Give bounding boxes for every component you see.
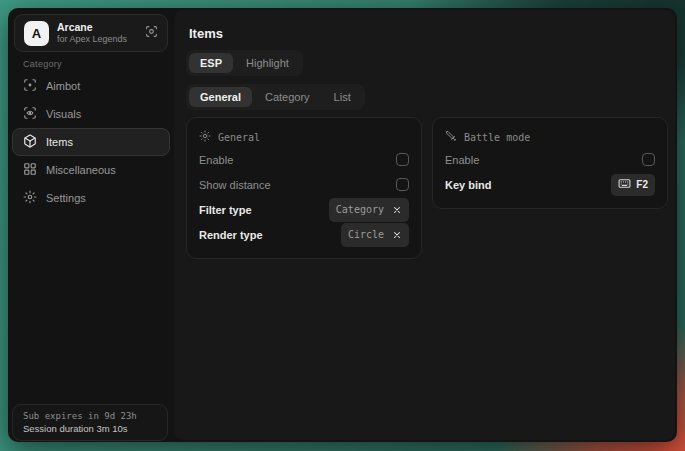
arcane-window: A Arcane for Apex Legends Category Aimbo… [8,8,677,442]
app-tagline: for Apex Legends [57,34,137,45]
setting-row-battle-enable: Enable [445,147,655,172]
setting-row-render-type: Render type Circle [199,222,409,247]
subscription-info-card: Sub expires in 9d 23h Session duration 3… [12,404,168,441]
sidebar-item-label: Visuals [46,108,81,120]
setting-row-enable: Enable [199,147,409,172]
sub-expiry-text: Sub expires in 9d 23h [23,411,157,421]
sidebar-item-items[interactable]: Items [12,128,170,156]
sidebar-item-aimbot[interactable]: Aimbot [12,72,170,100]
scan-eye-icon [23,106,37,122]
tab-list[interactable]: List [323,87,362,107]
setting-label: Show distance [199,179,271,191]
battle-enable-checkbox[interactable] [642,153,655,166]
sidebar-item-label: Items [46,136,73,148]
sidebar-item-label: Aimbot [46,80,80,92]
show-distance-checkbox[interactable] [396,178,409,191]
sidebar-item-miscellaneous[interactable]: Miscellaneous [12,156,170,184]
battle-mode-panel: Battle mode Enable Key bind F2 [432,117,668,209]
gear-icon [23,190,37,206]
close-icon[interactable] [392,226,402,244]
layout-grid-icon [23,162,37,178]
keybind-button[interactable]: F2 [611,174,655,196]
tab-highlight[interactable]: Highlight [235,53,300,73]
filter-type-select[interactable]: Category [329,198,409,222]
enable-checkbox[interactable] [396,153,409,166]
sidebar: A Arcane for Apex Legends Category Aimbo… [8,8,174,442]
package-icon [23,134,37,150]
settings-panels: General Enable Show distance Filter type… [186,117,668,259]
tab-category[interactable]: Category [254,87,321,107]
tab-esp[interactable]: ESP [189,53,233,73]
category-section-label: Category [23,59,62,69]
view-tabs: General Category List [186,84,365,110]
page-title: Items [189,26,223,41]
sidebar-nav: Aimbot Visuals Items Miscellaneous [12,72,170,212]
sword-icon [445,130,457,144]
brand-card: A Arcane for Apex Legends [14,14,168,52]
session-duration-text: Session duration 3m 10s [23,423,157,434]
setting-label: Key bind [445,179,491,191]
setting-label: Render type [199,229,263,241]
crosshair-scan-icon [23,78,37,94]
sidebar-item-settings[interactable]: Settings [12,184,170,212]
selected-value: Circle [348,229,384,240]
setting-label: Enable [445,154,479,166]
setting-row-key-bind: Key bind F2 [445,172,655,197]
cog-icon [199,130,211,144]
sidebar-item-label: Settings [46,192,86,204]
panel-title: General [218,132,260,143]
app-name: Arcane [57,21,137,34]
render-type-select[interactable]: Circle [341,223,409,247]
general-panel: General Enable Show distance Filter type… [186,117,422,259]
keybind-value: F2 [636,179,648,190]
setting-row-filter-type: Filter type Category [199,197,409,222]
panel-title: Battle mode [464,132,530,143]
tab-general[interactable]: General [189,87,252,107]
sidebar-item-visuals[interactable]: Visuals [12,100,170,128]
sidebar-item-label: Miscellaneous [46,164,116,176]
setting-row-show-distance: Show distance [199,172,409,197]
selected-value: Category [336,204,384,215]
main-content: Items ESP Highlight General Category Lis… [174,10,675,440]
setting-label: Filter type [199,204,252,216]
keyboard-icon [618,176,631,194]
focus-target-icon[interactable] [145,24,158,42]
setting-label: Enable [199,154,233,166]
mode-tabs: ESP Highlight [186,50,303,76]
close-icon[interactable] [392,201,402,219]
app-logo: A [24,21,49,46]
